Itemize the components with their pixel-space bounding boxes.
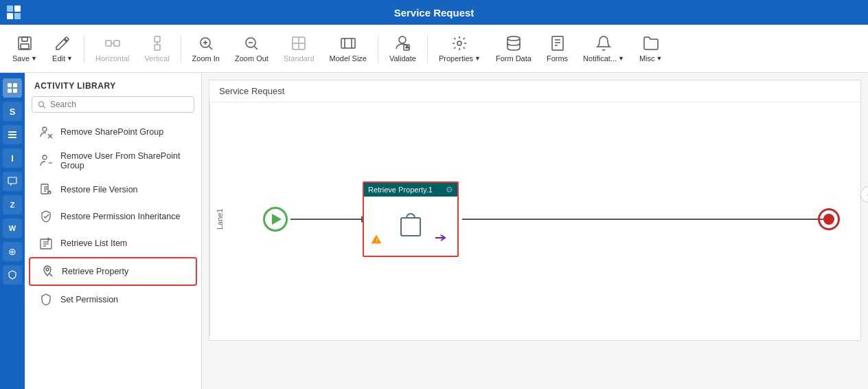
connector-right: [462, 219, 826, 220]
left-nav-list[interactable]: [3, 125, 22, 144]
retrieve-property-icon: [40, 264, 55, 279]
activity-item-retrieve-list[interactable]: Retrieve List Item: [29, 230, 197, 256]
toolbar-sep-3: [378, 35, 378, 63]
save-button[interactable]: Save ▼: [5, 29, 44, 69]
left-nav: S I Z W ⊕: [0, 73, 25, 389]
zoom-in-button[interactable]: Zoom In: [185, 29, 227, 69]
activity-item-remove-user-sharepoint[interactable]: Remove User From SharePoint Group: [29, 146, 197, 176]
svg-rect-38: [8, 177, 16, 184]
activity-label: Set Permission: [60, 295, 118, 304]
notifications-button[interactable]: Notificat... ▼: [576, 29, 631, 69]
node-body: !: [364, 197, 457, 253]
svg-rect-33: [8, 89, 12, 93]
search-box[interactable]: [32, 96, 194, 113]
left-nav-zoom[interactable]: Z: [3, 195, 22, 214]
canvas-title: Service Request: [209, 80, 860, 102]
toolbar: Save ▼ Edit ▼ Horizontal Vertical Zoom I…: [0, 25, 868, 73]
restore-permission-icon: [38, 209, 54, 224]
forms-label: Forms: [547, 54, 568, 63]
svg-rect-6: [155, 36, 160, 42]
left-nav-grid[interactable]: [3, 78, 22, 98]
activity-label: Retrieve Property: [62, 267, 128, 276]
retrieve-list-icon: [38, 236, 54, 251]
node-gear-icon[interactable]: ⚙: [446, 185, 453, 194]
left-nav-sharepoint[interactable]: S: [3, 102, 22, 121]
activity-label: Remove SharePoint Group: [60, 127, 163, 137]
svg-rect-19: [341, 38, 355, 48]
page-title: Service Request: [394, 7, 475, 19]
left-nav-shield[interactable]: [3, 265, 22, 285]
vertical-button[interactable]: Vertical: [138, 29, 176, 69]
restore-file-version-icon: [38, 182, 54, 197]
remove-sharepoint-group-icon: [38, 124, 54, 140]
activity-label: Remove User From SharePoint Group: [60, 151, 187, 170]
activity-item-restore-file-version[interactable]: Restore File Version: [29, 177, 197, 203]
activity-item-restore-permission[interactable]: Restore Permission Inheritance: [29, 203, 197, 230]
left-nav-chat[interactable]: [3, 172, 22, 191]
form-data-button[interactable]: Form Data: [489, 29, 538, 69]
form-data-label: Form Data: [496, 54, 532, 63]
lane-label: Lane1: [209, 102, 229, 336]
activity-item-retrieve-property[interactable]: Retrieve Property: [29, 257, 197, 286]
svg-point-41: [43, 127, 47, 131]
activity-item-remove-sharepoint-group[interactable]: Remove SharePoint Group: [29, 119, 197, 145]
canvas-area: Service Request Lane1 Retrieve Property.…: [202, 73, 868, 389]
zoom-out-button[interactable]: Zoom Out: [228, 29, 275, 69]
model-size-button[interactable]: Model Size: [323, 29, 374, 69]
lane: Lane1 Retrieve Property.1 ⚙: [209, 102, 860, 336]
svg-point-51: [46, 268, 49, 271]
misc-button[interactable]: Misc ▼: [632, 29, 670, 69]
start-node[interactable]: [263, 207, 288, 232]
left-nav-wordpress[interactable]: W: [3, 219, 22, 238]
horizontal-button[interactable]: Horizontal: [89, 29, 137, 69]
svg-point-44: [43, 155, 47, 159]
toolbar-sep-2: [181, 35, 181, 63]
validate-button[interactable]: Validate: [382, 29, 423, 69]
end-node[interactable]: [818, 208, 840, 230]
properties-button[interactable]: Properties ▼: [432, 29, 488, 69]
svg-rect-27: [552, 36, 563, 50]
bag-icon: [394, 208, 427, 241]
connector-left: [290, 219, 363, 220]
standard-button[interactable]: Standard: [277, 29, 321, 69]
svg-line-12: [209, 46, 212, 49]
svg-rect-34: [13, 89, 17, 93]
canvas-inner: Lane1 Retrieve Property.1 ⚙: [209, 102, 860, 336]
svg-line-15: [255, 46, 258, 49]
left-nav-plugin[interactable]: I: [3, 148, 22, 168]
end-node-inner: [823, 214, 834, 225]
left-nav-globe[interactable]: ⊕: [3, 242, 22, 261]
standard-label: Standard: [284, 54, 315, 63]
svg-point-26: [507, 36, 520, 41]
edit-button[interactable]: Edit ▼: [45, 29, 80, 69]
vertical-label: Vertical: [145, 54, 170, 63]
model-size-label: Model Size: [330, 54, 367, 63]
zoom-in-label: Zoom In: [192, 54, 220, 63]
zoom-out-label: Zoom Out: [235, 54, 269, 63]
node-header: Retrieve Property.1 ⚙: [364, 183, 457, 197]
validate-label: Validate: [389, 54, 416, 63]
activity-sidebar: ACTIVITY LIBRARY Remove SharePoint Group…: [25, 73, 202, 389]
node-warning-icon: !: [371, 234, 382, 246]
search-icon: [38, 100, 46, 109]
forms-button[interactable]: Forms: [540, 29, 575, 69]
title-bar: Service Request: [0, 0, 868, 25]
flow-canvas: Retrieve Property.1 ⚙: [229, 102, 860, 336]
activity-label: Retrieve List Item: [60, 238, 127, 248]
activity-label: Restore File Version: [60, 185, 138, 194]
svg-rect-1: [22, 37, 27, 41]
notifications-label: Notificat... ▼: [583, 54, 624, 63]
svg-rect-36: [8, 134, 16, 135]
search-input[interactable]: [50, 100, 188, 109]
set-permission-icon: [38, 292, 54, 307]
activity-list: Remove SharePoint Group Remove User From…: [25, 118, 201, 389]
svg-rect-31: [8, 83, 12, 87]
toolbar-sep-4: [427, 35, 428, 63]
svg-point-25: [457, 41, 461, 45]
activity-item-set-permission[interactable]: Set Permission: [29, 287, 197, 313]
toolbar-sep-1: [84, 35, 84, 63]
save-label: Save ▼: [12, 54, 37, 63]
svg-rect-32: [13, 83, 17, 87]
app-logo: [7, 5, 21, 19]
retrieve-property-node[interactable]: Retrieve Property.1 ⚙: [363, 181, 459, 257]
